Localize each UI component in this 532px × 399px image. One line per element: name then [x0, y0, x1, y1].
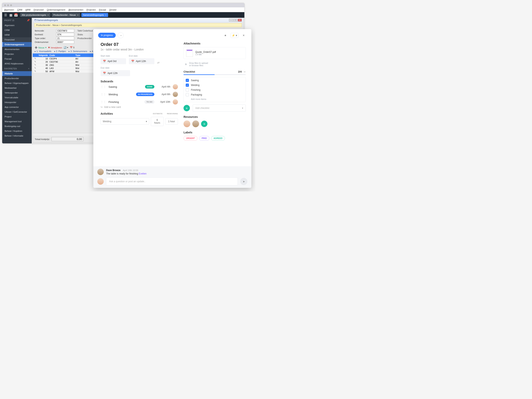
menu-projecten[interactable]: Projecten — [87, 9, 96, 11]
drag-handle-icon[interactable]: ⋮⋮ — [101, 93, 106, 96]
add-checklist-button[interactable]: ＋ — [184, 105, 190, 111]
minimize-button[interactable]: — — [229, 19, 233, 22]
col-type[interactable]: Type — [76, 54, 95, 56]
plus-icon[interactable]: ＋ — [28, 67, 30, 70]
tab-samenstellingsregels[interactable]: Samenstellingsregels✕ — [81, 13, 108, 17]
menu-fiscaal[interactable]: Fiscaal — [99, 9, 106, 11]
checkbox[interactable] — [186, 93, 189, 96]
next-status-button[interactable]: → — [118, 32, 124, 38]
sidebar-item-fiscaal[interactable]: Fiscaal — [2, 56, 32, 61]
tab-productieorder-nieuw[interactable]: Productieorder - Nieuw✕ — [52, 13, 80, 17]
checklist-item[interactable]: Packaging — [186, 93, 244, 96]
menu-ordermanagement[interactable]: Ordermanagement — [47, 9, 65, 11]
activity-select[interactable]: Welding▾ — [101, 118, 149, 125]
add-checklist-item[interactable]: Add more items — [186, 98, 244, 100]
actions-menu[interactable]: ⚡ ▾ — [230, 33, 239, 38]
label-urgent[interactable]: URGENT — [184, 136, 197, 141]
menu-financieel[interactable]: Financieel — [34, 9, 44, 11]
drag-handle-icon[interactable]: ⋮⋮ — [101, 85, 106, 88]
col-code[interactable]: Code — [50, 54, 76, 56]
checkbox[interactable]: ✓ — [186, 79, 189, 82]
add-resource-button[interactable]: ＋ — [201, 121, 208, 127]
subtab[interactable]: ▸ 3. Serienummers — [69, 50, 87, 53]
checklist-item[interactable]: Finishing — [186, 88, 244, 92]
sidebar-item-crm[interactable]: CRM — [2, 28, 32, 32]
remaining-value[interactable]: 1 hour — [165, 118, 178, 125]
fav-item-management-tool[interactable]: Management tool — [2, 119, 32, 124]
star-icon[interactable]: ★ — [222, 32, 228, 38]
chat-input[interactable]: Ask a question or post an update.. — [106, 177, 238, 186]
checkbox[interactable] — [186, 88, 189, 92]
menu-algemeen[interactable]: Algemeen — [4, 9, 14, 11]
due-date-input[interactable]: 📅 April 12th — [101, 70, 130, 76]
send-button[interactable]: ➤ — [240, 178, 247, 185]
close-button[interactable]: ✕ — [238, 19, 242, 22]
subcard-row[interactable]: ⋮⋮FinishingTO DOApril 10th — [101, 98, 178, 106]
start-date-input[interactable]: 📅 April 3rd — [101, 58, 126, 64]
subtab[interactable]: ▸ 2. Partijen — [54, 50, 66, 53]
tab-close-icon[interactable]: ✕ — [47, 14, 49, 16]
avatar[interactable] — [173, 84, 178, 89]
add-checklist-select[interactable]: Add checklist▾ — [193, 105, 246, 112]
fav-item-historie[interactable]: Historie — [2, 71, 32, 76]
itemcode-input[interactable] — [56, 29, 74, 32]
chat-mention[interactable]: Evelien — [139, 172, 146, 175]
sync-icon[interactable]: ⇄ — [157, 61, 160, 64]
subcard-row[interactable]: ⋮⋮SawingDONEApril 4th — [101, 83, 178, 91]
sidebar-item-projecten[interactable]: Projecten — [2, 52, 32, 56]
sidebar-item-hrm[interactable]: HRM — [2, 32, 32, 37]
checkbox[interactable]: ✓ — [186, 84, 189, 87]
label-prio[interactable]: PRIO — [199, 136, 209, 141]
fav-item-app-connector[interactable]: App connector — [2, 105, 32, 109]
fav-item-beheer-informatie[interactable]: Beheer / Informatie — [2, 133, 32, 138]
ordernr-input[interactable] — [56, 40, 74, 44]
drag-handle-icon[interactable]: ⋮⋮ — [101, 100, 106, 104]
checklist-item[interactable]: ✓Sawing — [186, 79, 244, 82]
fav-item-medewerker[interactable]: Medewerker — [2, 86, 32, 90]
resource-avatar-2[interactable] — [192, 120, 199, 127]
sidebar-item-afas hulpbronnen[interactable]: AFAS Hulpbronnen — [2, 61, 32, 66]
dropzone[interactable]: ⧉ Drop files to upload or browse files — [184, 61, 246, 67]
checklist-expand-icon[interactable]: → — [243, 70, 246, 73]
avatar[interactable] — [173, 92, 178, 97]
grid-icon[interactable]: ▦ — [9, 13, 13, 17]
fav-item-beheer-kopi-ren[interactable]: Beheer / Kopiëren — [2, 129, 32, 133]
subtab[interactable]: ▸ 1. Voorraadinfo — [35, 50, 51, 53]
fav-item-beheer-eigenschappen[interactable]: Beheer / Eigenschappen — [2, 81, 32, 86]
attachment-file[interactable]: Quote_Order07.pdf 1.8 MB — [184, 47, 246, 59]
tab-close-icon[interactable]: ✕ — [77, 14, 79, 16]
sidebar-item-financieel[interactable]: Financieel — [2, 37, 32, 42]
col-volgorde[interactable]: Volgorde — [37, 54, 50, 56]
fav-item-inkooporder[interactable]: Inkooporder — [2, 100, 32, 105]
menu-crm[interactable]: CRM — [17, 9, 22, 11]
verwijderen-button[interactable]: ✖ Verwijderen — [48, 46, 62, 49]
sidebar-item-algemeen[interactable]: Algemeen — [2, 23, 32, 28]
sidebar-item-ordermanagement[interactable]: Ordermanagement — [2, 42, 32, 47]
status-pill[interactable]: In progress — [98, 33, 116, 38]
sidebar-item-abonnementen[interactable]: Abonnementen — [2, 47, 32, 52]
fav-item-project[interactable]: Project — [2, 114, 32, 119]
maximize-button[interactable]: ☐ — [233, 19, 237, 22]
checklist-item[interactable]: ✓Welding — [186, 84, 244, 87]
label-agreed[interactable]: AGREED — [211, 136, 225, 141]
tab-alle-productieorderregels[interactable]: Alle productieorderregels✕ — [20, 13, 51, 17]
tab-close-icon[interactable]: ✕ — [105, 14, 107, 16]
fav-item-productieorder[interactable]: Productieorder — [2, 76, 32, 81]
close-icon[interactable]: ✕ — [241, 32, 247, 38]
pin-icon[interactable]: 📌 — [27, 19, 30, 22]
fav-item-boekingslay-out[interactable]: Boekingslay-out — [2, 124, 32, 129]
eenheid-input[interactable] — [56, 33, 74, 36]
estimate-value[interactable]: 6 hours — [151, 117, 164, 126]
nieuw-button[interactable]: ➕ Nieuw ▾ — [35, 46, 46, 49]
end-date-input[interactable]: 📅 April 12th — [129, 58, 154, 64]
add-subcard-button[interactable]: ↪ Add a new card — [101, 106, 178, 108]
fav-item-uitvoer-getconnector[interactable]: Uitvoer / GetConnector — [2, 109, 32, 114]
fav-item-voorcalculatie[interactable]: Voorcalculatie — [2, 95, 32, 100]
fav-item-verkooporder[interactable]: Verkooporder — [2, 90, 32, 95]
calendar-icon[interactable]: 📅 — [14, 13, 18, 17]
avatar[interactable] — [173, 99, 178, 105]
refresh-icon[interactable]: 🔄 ▾ — [64, 46, 68, 49]
menu-abonnementen[interactable]: Abonnementen — [68, 9, 83, 11]
subcard-row[interactable]: ⋮⋮WeldingIN PROGRESSSApril 8th — [101, 91, 178, 98]
menu-hrm[interactable]: HRM — [25, 9, 31, 11]
